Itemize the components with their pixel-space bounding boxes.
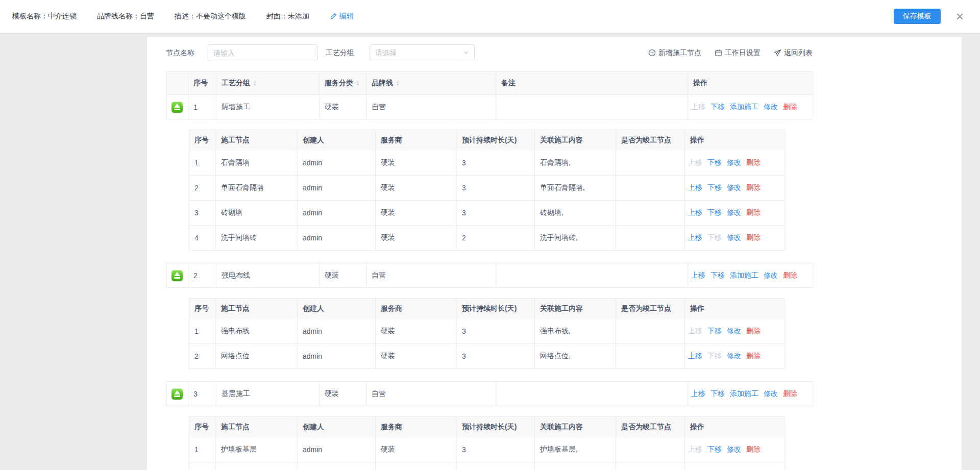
col-header-craft-group[interactable]: 工艺分组▲▼ — [216, 72, 320, 94]
collapse-group-icon[interactable] — [172, 270, 183, 281]
workday-settings-label: 工作日设置 — [725, 48, 761, 58]
cell-actions: 上移下移添加施工修改删除 — [688, 382, 813, 406]
sort-caret-icon[interactable]: ▲▼ — [253, 80, 257, 86]
cell-brand-line: 自营 — [366, 263, 496, 287]
delete-link[interactable]: 删除 — [783, 271, 797, 280]
back-to-list-button[interactable]: 返回列表 — [774, 48, 813, 58]
move-up-link[interactable]: 上移 — [691, 271, 705, 280]
cell-duration: 3 — [457, 344, 535, 368]
sub-col-final-flag: 是否为竣工节点 — [616, 130, 685, 151]
move-down-link[interactable]: 下移 — [707, 327, 722, 336]
modify-link[interactable]: 修改 — [727, 233, 741, 242]
cell-creator: admin — [298, 201, 376, 225]
move-down-link[interactable]: 下移 — [707, 183, 722, 192]
cell-provider: 硬装 — [376, 462, 457, 470]
cell-actions: 上移下移修改删除 — [685, 151, 785, 175]
cell-provider: 硬装 — [376, 226, 457, 250]
modify-link[interactable]: 修改 — [727, 208, 741, 217]
add-construction-node-button[interactable]: 新增施工节点 — [648, 48, 701, 58]
add-construction-link[interactable]: 添加施工 — [730, 389, 758, 399]
close-icon[interactable]: × — [956, 10, 964, 23]
sub-col-actions: 操作 — [685, 299, 785, 319]
collapse-group-icon[interactable] — [172, 102, 183, 113]
sub-col-related-content: 关联施工内容 — [535, 417, 616, 437]
modify-link[interactable]: 修改 — [727, 352, 741, 361]
delete-link[interactable]: 删除 — [746, 233, 761, 242]
cell-serial: 1 — [189, 319, 216, 343]
move-up-link[interactable]: 上移 — [688, 208, 702, 217]
save-template-button[interactable]: 保存模板 — [894, 9, 941, 24]
move-down-link[interactable]: 下移 — [710, 271, 725, 280]
sub-col-node-name: 施工节点 — [216, 299, 298, 319]
cell-creator: admin — [298, 344, 376, 368]
cell-serial: 2 — [188, 263, 216, 287]
delete-link[interactable]: 删除 — [783, 103, 797, 112]
delete-link[interactable]: 删除 — [746, 327, 761, 336]
cell-brand-line: 自营 — [366, 95, 496, 119]
modify-link[interactable]: 修改 — [727, 183, 741, 192]
process-table: 序号工艺分组▲▼服务分类▲▼品牌线▲▼备注操作1隔墙施工硬装自营上移下移添加施工… — [166, 71, 813, 470]
modify-link[interactable]: 修改 — [727, 327, 741, 336]
sub-col-serial: 序号 — [189, 299, 216, 319]
modify-link[interactable]: 修改 — [727, 158, 741, 167]
cell-serial: 4 — [189, 226, 216, 250]
construction-node-row: 3砖砌墙admin硬装3砖砌墙,上移下移修改删除 — [189, 201, 785, 226]
sub-col-final-flag: 是否为竣工节点 — [616, 299, 685, 319]
move-up-link[interactable]: 上移 — [688, 352, 702, 361]
modify-link[interactable]: 修改 — [764, 271, 778, 280]
col-header-brand-line[interactable]: 品牌线▲▼ — [366, 72, 496, 94]
move-down-link[interactable]: 下移 — [707, 158, 722, 167]
collapse-group-icon[interactable] — [172, 388, 183, 400]
field-label: 模板名称： — [12, 12, 48, 20]
delete-link[interactable]: 删除 — [746, 158, 761, 167]
cell-service-category: 硬装 — [320, 263, 366, 287]
workday-settings-button[interactable]: 工作日设置 — [715, 48, 761, 58]
cell-related-content: 阳角基层, — [535, 462, 616, 470]
modify-link[interactable]: 修改 — [764, 389, 778, 399]
cell-final-flag — [616, 151, 685, 175]
field-value: 不要动这个模版 — [196, 12, 246, 20]
sort-caret-icon[interactable]: ▲▼ — [396, 80, 400, 86]
field-value: 自营 — [140, 12, 154, 20]
sub-col-creator: 创建人 — [298, 299, 376, 319]
column-title: 品牌线 — [372, 79, 393, 88]
delete-link[interactable]: 删除 — [746, 445, 761, 454]
sub-col-serial: 序号 — [189, 417, 216, 437]
delete-link[interactable]: 删除 — [783, 389, 797, 399]
move-up-link[interactable]: 上移 — [688, 183, 702, 192]
sub-col-provider: 服务商 — [376, 299, 457, 319]
modify-link[interactable]: 修改 — [764, 103, 778, 112]
node-name-input[interactable] — [208, 44, 317, 61]
cell-actions: 上移下移添加施工修改删除 — [688, 263, 813, 287]
add-construction-link[interactable]: 添加施工 — [730, 103, 758, 112]
move-up-link: 上移 — [688, 158, 702, 167]
delete-link[interactable]: 删除 — [746, 208, 761, 217]
sub-table-header: 序号施工节点创建人服务商预计持续时长(天)关联施工内容是否为竣工节点操作 — [189, 299, 785, 319]
cell-creator: admin — [298, 226, 376, 250]
move-up-link[interactable]: 上移 — [691, 389, 705, 399]
move-down-link[interactable]: 下移 — [710, 389, 725, 399]
delete-link[interactable]: 删除 — [746, 183, 761, 192]
add-construction-link[interactable]: 添加施工 — [730, 271, 758, 280]
cell-final-flag — [616, 176, 685, 200]
sort-caret-icon[interactable]: ▲▼ — [356, 80, 360, 86]
cell-actions: 上移下移修改删除 — [685, 226, 785, 250]
col-header-service-category[interactable]: 服务分类▲▼ — [320, 72, 366, 94]
edit-template-link[interactable]: 编辑 — [330, 12, 354, 21]
delete-link[interactable]: 删除 — [746, 352, 761, 361]
move-down-link[interactable]: 下移 — [707, 208, 722, 217]
field-value: 中介连锁 — [48, 12, 77, 20]
move-up-link[interactable]: 上移 — [688, 233, 702, 242]
cell-serial: 3 — [189, 201, 216, 225]
expand-cell — [166, 382, 188, 406]
move-down-link[interactable]: 下移 — [710, 103, 725, 112]
sub-col-related-content: 关联施工内容 — [535, 299, 616, 319]
move-down-link[interactable]: 下移 — [707, 445, 722, 454]
node-name-label: 节点名称 — [166, 48, 194, 58]
construction-node-table: 序号施工节点创建人服务商预计持续时长(天)关联施工内容是否为竣工节点操作1强电布… — [189, 298, 785, 369]
cell-provider: 硬装 — [376, 437, 457, 462]
craft-group-select[interactable]: 请选择 — [370, 44, 475, 61]
cell-duration: 3 — [457, 151, 535, 175]
cell-node-name: 单面石膏隔墙 — [216, 176, 298, 200]
modify-link[interactable]: 修改 — [727, 445, 741, 454]
